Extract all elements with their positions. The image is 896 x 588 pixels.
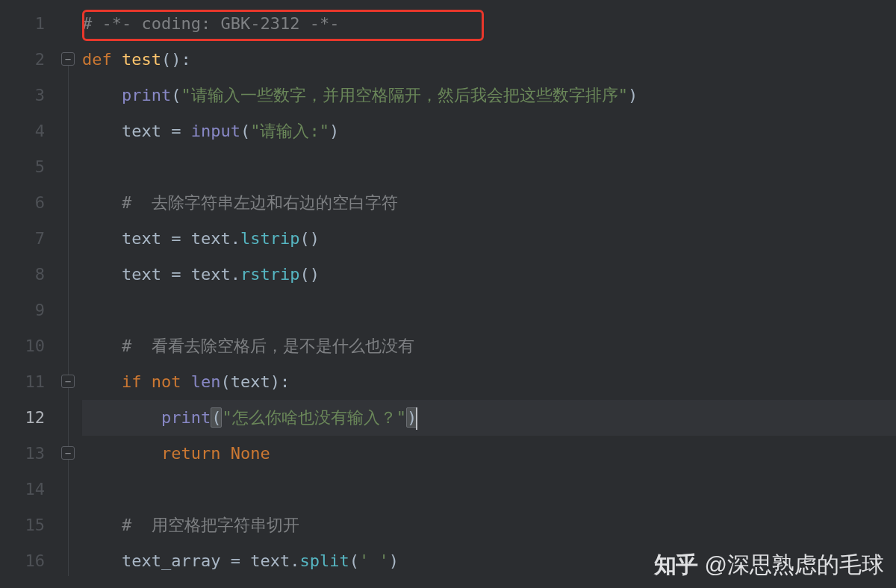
token-func: split bbox=[299, 551, 349, 570]
line-number: 11 bbox=[0, 364, 58, 400]
watermark: 知乎 @深思熟虑的毛球 bbox=[654, 550, 884, 581]
code-area[interactable]: # -*- coding: GBK-2312 -*-def test(): pr… bbox=[82, 0, 896, 588]
token-keyword: if bbox=[122, 372, 152, 391]
token-paren: ( bbox=[240, 122, 250, 140]
token-keyword: return bbox=[161, 444, 231, 463]
code-line[interactable]: text = text.lstrip() bbox=[82, 221, 896, 257]
token-paren: ( bbox=[171, 86, 181, 104]
watermark-author: @深思熟虑的毛球 bbox=[705, 550, 884, 581]
line-number: 4 bbox=[0, 113, 58, 149]
line-number: 8 bbox=[0, 257, 58, 293]
token-text: : bbox=[280, 372, 290, 391]
line-number: 10 bbox=[0, 328, 58, 364]
token-text: : bbox=[181, 50, 190, 69]
code-line[interactable]: # 用空格把字符串切开 bbox=[82, 507, 896, 543]
token-paren: () bbox=[299, 229, 320, 248]
token-builtin: print bbox=[122, 86, 171, 104]
line-number: 1 bbox=[0, 6, 58, 42]
code-line[interactable] bbox=[82, 472, 896, 507]
token-paren: () bbox=[299, 265, 320, 284]
line-number: 7 bbox=[0, 221, 58, 257]
token-text: . bbox=[290, 551, 299, 570]
text-cursor bbox=[416, 407, 417, 430]
code-line[interactable]: text = text.rstrip() bbox=[82, 257, 896, 293]
token-paren: ) bbox=[329, 122, 339, 140]
code-line[interactable]: # -*- coding: GBK-2312 -*- bbox=[82, 6, 896, 42]
token-comment: # 去除字符串左边和右边的空白字符 bbox=[122, 193, 398, 212]
token-text: . bbox=[231, 229, 240, 248]
token-builtin: len bbox=[191, 372, 221, 391]
code-line[interactable]: def test(): bbox=[82, 42, 896, 78]
fold-column bbox=[58, 0, 82, 588]
code-line[interactable]: text = input("请输入:") bbox=[82, 113, 896, 149]
token-paren: ( bbox=[349, 551, 359, 570]
token-text: text_array bbox=[122, 551, 231, 570]
token-paren: ) bbox=[270, 372, 280, 391]
token-paren: ( bbox=[220, 372, 230, 391]
code-line[interactable]: print("怎么你啥也没有输入？") bbox=[82, 400, 896, 436]
code-line[interactable]: return None bbox=[82, 436, 896, 472]
line-number: 13 bbox=[0, 436, 58, 472]
token-text: text bbox=[122, 229, 171, 248]
token-func: rstrip bbox=[240, 265, 299, 284]
token-text: text bbox=[250, 551, 290, 570]
token-func: lstrip bbox=[240, 229, 299, 248]
token-paren: () bbox=[161, 50, 181, 69]
fold-marker-icon[interactable] bbox=[61, 375, 75, 388]
token-text: text bbox=[122, 122, 171, 140]
zhihu-logo: 知乎 bbox=[654, 550, 697, 581]
code-line[interactable]: # 去除字符串左边和右边的空白字符 bbox=[82, 185, 896, 221]
line-number: 9 bbox=[0, 293, 58, 328]
token-text: text bbox=[231, 372, 270, 391]
token-paren: ( bbox=[211, 407, 222, 428]
fold-marker-icon[interactable] bbox=[61, 52, 75, 66]
code-line[interactable]: print("请输入一些数字，并用空格隔开，然后我会把这些数字排序") bbox=[82, 78, 896, 113]
line-number: 16 bbox=[0, 543, 58, 579]
code-line[interactable] bbox=[82, 293, 896, 328]
token-def: test bbox=[122, 50, 161, 69]
line-number: 14 bbox=[0, 472, 58, 507]
token-keyword: not bbox=[152, 372, 191, 391]
line-number: 3 bbox=[0, 78, 58, 113]
line-number: 2 bbox=[0, 42, 58, 78]
line-number-gutter: 12345678910111213141516 bbox=[0, 0, 58, 588]
token-op: = bbox=[171, 122, 191, 140]
code-editor[interactable]: 12345678910111213141516 # -*- coding: GB… bbox=[0, 0, 896, 588]
line-number: 6 bbox=[0, 185, 58, 221]
token-text: . bbox=[231, 265, 240, 284]
token-keyword: None bbox=[231, 444, 270, 463]
token-paren: ) bbox=[628, 86, 638, 104]
line-number: 15 bbox=[0, 507, 58, 543]
token-comment: # -*- coding: GBK-2312 -*- bbox=[82, 14, 339, 33]
token-string: ' ' bbox=[359, 551, 389, 570]
token-paren: ) bbox=[389, 551, 399, 570]
code-line[interactable]: # 看看去除空格后，是不是什么也没有 bbox=[82, 328, 896, 364]
token-text: text bbox=[122, 265, 171, 284]
token-string: "怎么你啥也没有输入？" bbox=[222, 408, 406, 427]
token-op: = bbox=[171, 229, 191, 248]
token-builtin: print bbox=[161, 408, 211, 427]
line-number: 5 bbox=[0, 149, 58, 185]
token-builtin: input bbox=[191, 122, 240, 140]
token-comment: # 用空格把字符串切开 bbox=[122, 516, 299, 534]
token-text: text bbox=[191, 265, 231, 284]
token-text: text bbox=[191, 229, 231, 248]
token-op: = bbox=[231, 551, 251, 570]
token-string: "请输入:" bbox=[250, 122, 329, 140]
token-keyword: def bbox=[82, 50, 122, 69]
code-line[interactable]: if not len(text): bbox=[82, 364, 896, 400]
code-line[interactable] bbox=[82, 149, 896, 185]
token-op: = bbox=[171, 265, 191, 284]
token-comment: # 看看去除空格后，是不是什么也没有 bbox=[122, 337, 414, 355]
line-number: 12 bbox=[0, 400, 58, 436]
fold-marker-icon[interactable] bbox=[61, 446, 75, 460]
token-string: "请输入一些数字，并用空格隔开，然后我会把这些数字排序" bbox=[181, 86, 628, 104]
